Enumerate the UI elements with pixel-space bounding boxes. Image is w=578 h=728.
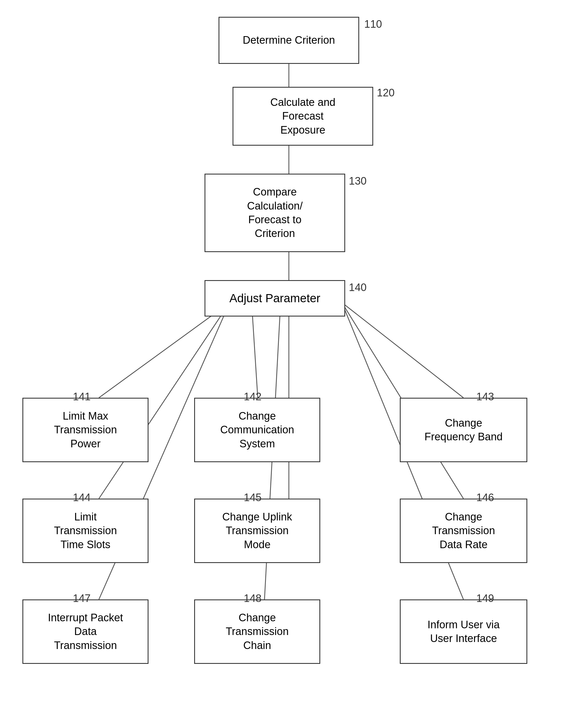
box-143: ChangeFrequency Band [400,398,527,462]
label-142: ChangeCommunicationSystem [220,409,294,451]
label-149: Inform User viaUser Interface [428,618,500,646]
box-144: LimitTransmissionTime Slots [22,499,149,563]
label-148: ChangeTransmissionChain [226,611,289,652]
svg-line-4 [252,311,258,398]
diagram: Determine Criterion 110 Calculate andFor… [0,0,578,728]
id-label-142: 142 [244,391,261,403]
label-145: Change UplinkTransmissionMode [222,510,292,551]
id-label-147: 147 [73,592,91,604]
compare-label: CompareCalculation/Forecast toCriterion [247,185,303,241]
label-130: 130 [349,175,367,187]
label-140: 140 [349,282,367,293]
id-label-145: 145 [244,492,261,504]
calculate-box: Calculate andForecastExposure [232,87,373,146]
box-149: Inform User viaUser Interface [400,599,527,664]
id-label-143: 143 [476,391,494,403]
label-120: 120 [377,87,395,99]
calculate-label: Calculate andForecastExposure [270,96,335,137]
id-label-141: 141 [73,391,91,403]
label-141: Limit MaxTransmissionPower [54,409,117,451]
box-148: ChangeTransmissionChain [194,599,320,664]
svg-line-5 [342,303,463,398]
compare-box: CompareCalculation/Forecast toCriterion [204,174,345,252]
adjust-label: Adjust Parameter [229,291,320,306]
label-143: ChangeFrequency Band [425,416,503,444]
determine-criterion-label: Determine Criterion [243,33,335,47]
label-146: ChangeTransmissionData Rate [432,510,495,551]
adjust-box: Adjust Parameter [204,280,345,316]
id-label-146: 146 [476,492,494,504]
svg-line-3 [99,303,230,398]
label-147: Interrupt PacketDataTransmission [48,611,123,652]
id-label-144: 144 [73,492,91,504]
determine-criterion-box: Determine Criterion [219,17,359,64]
box-141: Limit MaxTransmissionPower [22,398,149,462]
label-110: 110 [364,18,382,30]
id-label-149: 149 [476,592,494,604]
box-142: ChangeCommunicationSystem [194,398,320,462]
box-145: Change UplinkTransmissionMode [194,499,320,563]
box-146: ChangeTransmissionData Rate [400,499,527,563]
id-label-148: 148 [244,592,261,604]
label-144: LimitTransmissionTime Slots [54,510,117,551]
box-147: Interrupt PacketDataTransmission [22,599,149,664]
